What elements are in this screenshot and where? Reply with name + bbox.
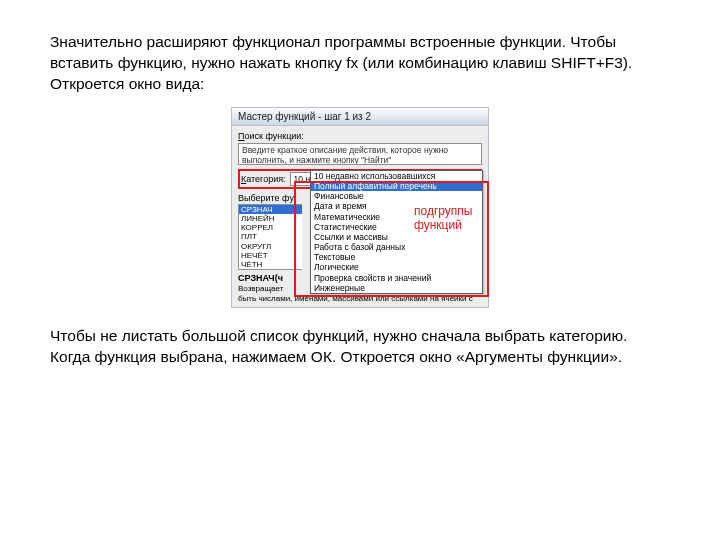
search-input[interactable]: Введите краткое описание действия, котор… xyxy=(238,143,482,165)
dropdown-item[interactable]: Ссылки и массивы xyxy=(311,232,482,242)
dropdown-item[interactable]: Полный алфавитный перечень xyxy=(311,181,482,191)
dropdown-item[interactable]: Проверка свойств и значений xyxy=(311,273,482,283)
outro-paragraph-1: Чтобы не листать большой список функций,… xyxy=(50,326,670,347)
dialog-title: Мастер функций - шаг 1 из 2 xyxy=(238,111,371,122)
list-item[interactable]: ОКРУГЛ xyxy=(239,242,302,251)
select-function-label: Выберите фу xyxy=(238,193,294,203)
dropdown-item[interactable]: Финансовые xyxy=(311,191,482,201)
intro-paragraph: Значительно расширяют функционал програм… xyxy=(50,32,670,95)
dropdown-item[interactable]: Текстовые xyxy=(311,252,482,262)
dropdown-item[interactable]: Логические xyxy=(311,262,482,272)
dialog-titlebar: Мастер функций - шаг 1 из 2 xyxy=(232,108,488,126)
annotation-label: подгруппы функций xyxy=(414,204,472,233)
dialog-screenshot: Мастер функций - шаг 1 из 2 Поиск функци… xyxy=(231,107,489,309)
search-label: Поиск функции: xyxy=(238,131,482,141)
function-description-2: быть числами, именами, массивами или ссы… xyxy=(238,294,482,303)
list-item[interactable]: КОРРЕЛ xyxy=(239,223,302,232)
outro-paragraph-2: Когда функция выбрана, нажимаем ОК. Откр… xyxy=(50,347,670,368)
list-item[interactable]: СРЗНАЧ xyxy=(239,205,302,214)
list-item[interactable]: ЛИНЕЙН xyxy=(239,214,302,223)
list-item[interactable]: ЧЁТН xyxy=(239,260,302,269)
dropdown-item[interactable]: 10 недавно использовавшихся xyxy=(311,171,482,181)
dropdown-item[interactable]: Инженерные xyxy=(311,283,482,293)
list-item[interactable]: ПЛТ xyxy=(239,232,302,241)
function-listbox[interactable]: СРЗНАЧ ЛИНЕЙН КОРРЕЛ ПЛТ ОКРУГЛ НЕЧЁТ ЧЁ… xyxy=(238,204,302,270)
dropdown-item[interactable]: Работа с базой данных xyxy=(311,242,482,252)
list-item[interactable]: НЕЧЁТ xyxy=(239,251,302,260)
category-label: Категория: xyxy=(241,174,286,184)
